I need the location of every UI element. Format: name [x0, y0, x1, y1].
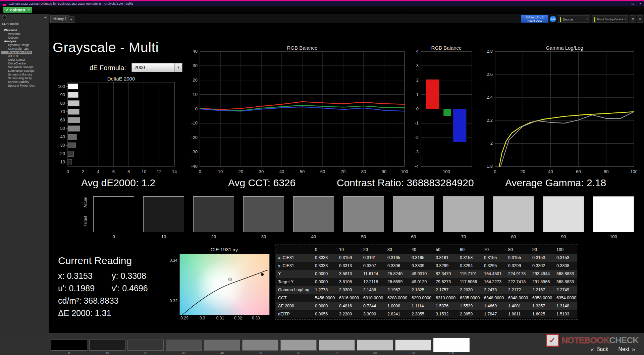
table-cell: 6348.0000	[505, 294, 529, 302]
measure-patch-30[interactable]	[166, 340, 202, 351]
meter-device-button[interactable]: X-Rite i1Pro 2 Direct View	[521, 15, 548, 23]
measure-patch-70[interactable]	[319, 340, 355, 351]
calman-logo-text: calman	[10, 8, 25, 12]
sidebar-item-screen-uniformity[interactable]: Screen Uniformity	[1, 73, 49, 77]
table-cell: 3.5813	[336, 270, 360, 278]
swatch-label-10: 10	[143, 234, 184, 239]
source-dropdown[interactable]: Source ▾	[558, 15, 590, 23]
rgb-balance-bar-chart: 43210-1-2-3-4100	[408, 49, 475, 178]
table-cell: 6348.0000	[481, 294, 505, 302]
table-cell: 12.2118	[360, 278, 384, 286]
sidebar-item-colorchecker[interactable]: ColorChecker	[1, 62, 49, 65]
next-button[interactable]: Next »	[619, 346, 635, 352]
sidebar-item-color-gamut[interactable]: Color Gamut	[1, 58, 49, 62]
calman-logo-menu[interactable]: ✓ calman ▾	[3, 7, 32, 13]
sidebar-item-spectral-power-dist[interactable]: Spectral Power Dist.	[1, 84, 49, 88]
measure-patch-80[interactable]	[357, 340, 393, 351]
table-cell: 1.4801	[505, 302, 529, 310]
cie-point-target	[223, 281, 227, 285]
table-cell: 291.8966	[529, 278, 553, 286]
measure-patch-50[interactable]	[242, 340, 278, 351]
avg-de2000-stat: Avg dE2000: 1.2	[81, 177, 155, 189]
maximize-button[interactable]: □	[632, 2, 633, 5]
svg-text:2.8: 2.8	[487, 49, 493, 54]
table-cell: 3.2300	[336, 310, 360, 318]
table-cell: 1.0008	[384, 302, 408, 310]
minimize-button[interactable]: –	[624, 2, 626, 5]
svg-text:3: 3	[416, 63, 419, 68]
display-control-dropdown[interactable]: Direct Display Control ▾	[592, 15, 628, 23]
sidebar-item-screen-angularity[interactable]: Screen Angularity	[1, 77, 49, 80]
cie-1931-chart: CIE 1931 xy 0.290.30.310.320.330.340.32	[179, 247, 280, 324]
measure-patch-100[interactable]	[433, 338, 470, 352]
patch-label-20: 20	[127, 351, 164, 355]
table-row-label: dEITP	[276, 310, 312, 318]
sidebar-item-screen-stability[interactable]: Screen Stability	[1, 80, 49, 84]
table-row-x-cie31: x: CIE310.33330.31590.31610.31650.31650.…	[276, 254, 577, 262]
next-icon: »	[632, 347, 635, 352]
cie-point-measured	[228, 277, 232, 281]
svg-text:40: 40	[279, 169, 284, 174]
sidebar-item-welcome[interactable]: Welcome	[1, 32, 49, 36]
table-cell: 0.3333	[312, 262, 336, 270]
titlebar[interactable]: Calman 2022 Calman Ultimate for Business…	[0, 1, 644, 6]
sidebar-section-analysis[interactable]: Analysis	[1, 40, 49, 43]
sidebar-item-grayscale-2pt[interactable]: Grayscale - 2pt	[1, 47, 49, 51]
table-row-label: ΔE 2000	[276, 302, 312, 310]
patch-label-10: 10	[89, 351, 125, 355]
sidebar-menu-icon[interactable]	[2, 15, 7, 20]
patch-label-0: 0	[51, 351, 87, 355]
sidebar: ◀ SDR Toolkit WelcomeWelcomeOptionsAnaly…	[0, 14, 50, 333]
table-cell: 3.3090	[360, 310, 384, 318]
table-cell: 0.3302	[529, 262, 553, 270]
sidebar-item-dynamic-range[interactable]: Dynamic Range	[1, 43, 49, 47]
table-cell: 6354.0000	[553, 294, 577, 302]
back-button[interactable]: « Back	[590, 346, 608, 352]
source-status-indicator	[560, 17, 561, 22]
cie-y-tick-0.34: 0.34	[165, 258, 177, 263]
table-cell: 0.3159	[336, 254, 360, 262]
measure-patch-60[interactable]	[280, 340, 317, 351]
table-cell: 1.6025	[529, 310, 553, 318]
panel-close-button[interactable]: ×	[637, 15, 643, 23]
patch-label-60: 60	[280, 351, 317, 355]
meter-device-mode: Direct View	[521, 19, 548, 23]
measure-patch-10[interactable]	[89, 340, 125, 351]
patch-slot-100: 100	[433, 339, 470, 355]
contrast-ratio-stat: Contrast Ratio: 368883284920	[337, 177, 474, 189]
patch-label-70: 70	[319, 351, 355, 355]
measurement-patch-row: 0102030405060708090100	[51, 339, 470, 355]
svg-text:2.4: 2.4	[487, 95, 493, 100]
measure-patch-20[interactable]	[127, 340, 164, 351]
results-table-panel[interactable]: 0102030405060708090100x: CIE310.33330.31…	[275, 245, 578, 319]
table-cell: 1.5539	[457, 302, 481, 310]
source-label: Source	[563, 17, 573, 21]
svg-text:20: 20	[238, 169, 243, 174]
table-cell: 0.3158	[457, 254, 481, 262]
sidebar-section-welcome[interactable]: Welcome	[1, 29, 49, 32]
table-cell: 0.7344	[360, 302, 384, 310]
add-tab-button[interactable]: +	[68, 16, 74, 23]
measure-patch-40[interactable]	[204, 340, 240, 351]
cie-x-tick-0.32: 0.32	[234, 316, 242, 320]
table-cell: 6288.0000	[384, 294, 408, 302]
table-cell: 2.1967	[384, 286, 408, 294]
sidebar-item-luminance-sweeps[interactable]: Luminance Sweeps	[1, 69, 49, 73]
sidebar-item-options[interactable]: Options	[1, 36, 49, 40]
measure-patch-90[interactable]	[395, 340, 431, 351]
de-formula-dropdown[interactable]: 2000 ▼	[131, 63, 182, 72]
svg-text:0: 0	[195, 106, 198, 111]
sidebar-item-3d-lut[interactable]: 3D LUT	[1, 54, 49, 58]
table-cell: 164.2273	[481, 278, 505, 286]
table-row-label: Y	[276, 270, 312, 278]
table-col-header-80: 80	[505, 246, 529, 254]
sidebar-item-saturation-sweeps[interactable]: Saturation Sweeps	[1, 65, 49, 69]
cie-x-tick-0.3: 0.3	[200, 316, 205, 320]
measure-patch-0[interactable]	[51, 340, 87, 351]
tab-history-1[interactable]: History 1	[50, 15, 69, 23]
sidebar-collapse-button[interactable]: ◀	[43, 15, 48, 20]
settings-gear-button[interactable]: ⚙	[630, 15, 636, 23]
close-button[interactable]: ×	[640, 2, 641, 5]
svg-text:0: 0	[494, 169, 496, 174]
sidebar-item-grayscale-multi[interactable]: Grayscale - Multi	[1, 51, 32, 54]
